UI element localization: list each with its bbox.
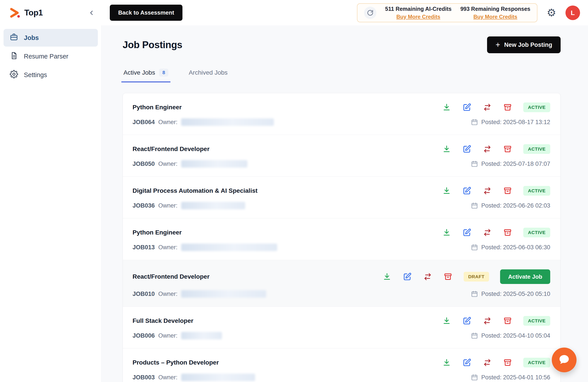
download-icon[interactable] [442,144,451,154]
archive-icon[interactable] [503,228,512,237]
sidebar-item-resume-parser[interactable]: Resume Parser [3,47,98,65]
buy-more-credits-link[interactable]: Buy More Credits [397,14,441,20]
job-actions: ACTIVE [442,358,550,367]
download-icon[interactable] [382,272,392,281]
posted-date: Posted: 2025-06-03 06:30 [481,244,550,251]
download-icon[interactable] [442,103,451,112]
download-icon[interactable] [442,228,451,237]
job-id: JOB010 [132,291,155,298]
swap-icon[interactable] [483,228,492,237]
brand-name: Top1 [24,8,43,18]
job-actions: DRAFT Activate Job [382,269,550,284]
edit-icon[interactable] [462,228,472,237]
chat-fab-button[interactable] [552,348,577,372]
job-title: Digital Process Automation & AI Speciali… [132,187,257,194]
job-id: JOB003 [132,374,155,381]
new-job-posting-label: New Job Posting [504,41,552,48]
job-row: Products – Python Developer [123,348,560,382]
download-icon[interactable] [442,186,451,195]
refresh-credits-icon[interactable] [364,7,376,19]
owner-label: Owner: [158,119,178,126]
job-actions: ACTIVE [442,228,550,237]
edit-icon[interactable] [462,358,472,367]
posted-date: Posted: 2025-08-17 13:12 [481,119,550,126]
archive-icon[interactable] [503,186,512,195]
calendar-icon [471,290,478,298]
briefcase-icon [10,33,18,43]
buy-more-responses-link[interactable]: Buy More Credits [473,14,517,20]
edit-icon[interactable] [403,272,412,281]
sidebar-item-jobs[interactable]: Jobs [3,29,98,47]
owner-redacted [181,374,255,381]
job-row: Digital Process Automation & AI Speciali… [123,176,560,218]
posted-date: Posted: 2025-04-10 05:04 [481,332,550,339]
swap-icon[interactable] [483,358,492,367]
sidebar-item-settings[interactable]: Settings [3,66,98,84]
swap-icon[interactable] [423,272,432,281]
edit-icon[interactable] [462,316,472,325]
posted-date: Posted: 2025-06-26 02:03 [481,202,550,209]
ai-credits-block: 511 Remaining AI-Credits Buy More Credit… [385,6,452,20]
job-list: Python Engineer [123,93,561,382]
sidebar-collapse-button[interactable] [86,8,96,18]
owner-label: Owner: [158,374,178,381]
job-actions: ACTIVE [442,316,550,326]
status-badge: ACTIVE [523,102,550,112]
archive-icon[interactable] [503,316,512,325]
tab-label: Active Jobs [124,69,155,76]
owner-label: Owner: [158,291,178,298]
job-title: Python Engineer [132,104,182,111]
archive-icon[interactable] [443,272,453,281]
calendar-icon [471,332,478,339]
tab-active-jobs[interactable]: Active Jobs 8 [123,69,169,82]
activate-job-button[interactable]: Activate Job [500,269,550,284]
download-icon[interactable] [442,358,451,367]
posted-date: Posted: 2025-07-18 07:07 [481,161,550,167]
owner-redacted [181,243,277,251]
edit-icon[interactable] [462,144,472,154]
edit-icon[interactable] [462,186,472,195]
active-jobs-count-badge: 8 [159,69,168,77]
settings-gear-icon[interactable]: ⚙ [547,7,556,18]
swap-icon[interactable] [483,144,492,154]
owner-label: Owner: [158,332,178,339]
job-title: Products – Python Developer [132,359,219,366]
job-id: JOB064 [132,119,155,126]
job-actions: ACTIVE [442,102,550,112]
swap-icon[interactable] [483,103,492,112]
job-row: Python Engineer [123,93,560,135]
job-id: JOB006 [132,332,155,339]
archive-icon[interactable] [503,103,512,112]
edit-icon[interactable] [462,103,472,112]
swap-icon[interactable] [483,186,492,195]
calendar-icon [471,160,478,167]
avatar[interactable]: L [566,5,580,20]
plus-icon: + [495,41,500,49]
owner-redacted [181,160,247,168]
ai-credits-count: 511 Remaining AI-Credits [385,6,452,12]
new-job-posting-button[interactable]: + New Job Posting [487,37,561,53]
tab-archived-jobs[interactable]: Archived Jobs [188,69,228,82]
job-row: Full Stack Developer [123,306,560,348]
job-id: JOB050 [132,161,155,167]
status-badge: ACTIVE [523,186,550,196]
job-id: JOB013 [132,244,155,251]
posted-date: Posted: 2025-04-01 10:56 [481,374,550,381]
download-icon[interactable] [442,316,451,325]
archive-icon[interactable] [503,144,512,154]
status-badge: ACTIVE [523,228,550,237]
archive-icon[interactable] [503,358,512,367]
owner-redacted [181,290,266,298]
calendar-icon [471,244,478,251]
back-to-assessment-button[interactable]: Back to Assessment [110,5,182,21]
topbar-right-cluster: 511 Remaining AI-Credits Buy More Credit… [357,0,580,25]
job-title: React/Frontend Developer [132,273,210,280]
job-id: JOB036 [132,202,155,209]
document-icon [10,51,18,61]
topbar: Top1 Back to Assessment 511 Remaining AI… [0,0,588,25]
tabs: Active Jobs 8 Archived Jobs [123,69,561,82]
job-row: React/Frontend Developer [123,135,560,176]
swap-icon[interactable] [483,316,492,325]
brand: Top1 [9,0,43,25]
owner-redacted [181,332,222,339]
